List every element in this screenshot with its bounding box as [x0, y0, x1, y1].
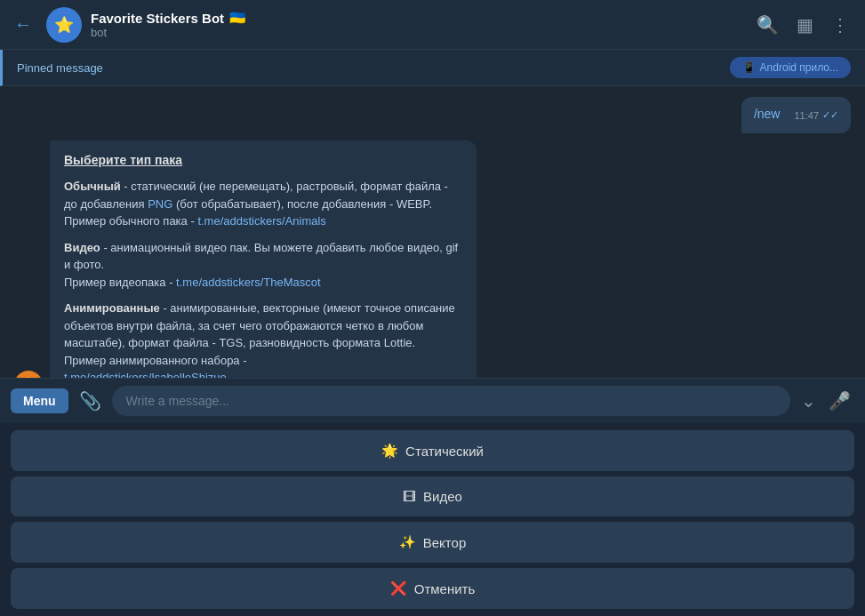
- bot-paragraph-1: Обычный - статический (не перемещать), р…: [64, 178, 462, 230]
- btn-static[interactable]: 🌟 Статический: [11, 430, 854, 471]
- link-isabelleshizue[interactable]: t.me/addstickers/IsabelleShizue: [64, 371, 227, 378]
- attach-button[interactable]: 📎: [76, 387, 105, 415]
- chat-area: /new 11:47 ✓✓ ⭐ Выберите тип пака Обычны…: [0, 86, 865, 378]
- bot-keyboard: 🌟 Статический 🎞 Видео ✨ Вектор ❌ Отменит…: [0, 423, 865, 616]
- static-icon: 🌟: [381, 443, 398, 459]
- message-meta: 11:47 ✓✓: [794, 109, 838, 121]
- back-button[interactable]: ←: [11, 11, 36, 38]
- input-bar: Menu 📎 ⌄ 🎤: [0, 378, 865, 423]
- link-animals[interactable]: t.me/addstickers/Animals: [197, 214, 326, 228]
- pinned-message-label: Pinned message: [17, 61, 103, 75]
- message-check: ✓✓: [822, 109, 838, 121]
- expand-icon[interactable]: ⌄: [797, 387, 820, 415]
- phone-icon: 📱: [742, 61, 756, 74]
- message-command: /new 11:47 ✓✓: [754, 106, 838, 121]
- command-text: /new: [754, 107, 781, 121]
- pinned-message-bar[interactable]: Pinned message 📱 Android прило...: [0, 50, 865, 86]
- message-input[interactable]: [112, 386, 790, 416]
- more-options-icon[interactable]: ⋮: [826, 9, 854, 41]
- message-time: 11:47: [794, 110, 819, 121]
- chat-title: Favorite Stickers Bot 🇺🇦: [91, 10, 751, 26]
- bot-avatar: ⭐: [46, 7, 82, 43]
- search-icon[interactable]: 🔍: [751, 9, 784, 41]
- user-message-row: /new 11:47 ✓✓: [14, 97, 851, 133]
- bot-message-avatar: ⭐: [14, 371, 43, 379]
- layout-icon[interactable]: ▦: [791, 9, 819, 41]
- bot-paragraph-3: Анимированные - анимированные, векторные…: [64, 300, 462, 378]
- user-message-bubble: /new 11:47 ✓✓: [741, 97, 851, 133]
- btn-vector[interactable]: ✨ Вектор: [11, 522, 854, 563]
- voice-icon[interactable]: 🎤: [825, 387, 854, 415]
- input-right-actions: ⌄ 🎤: [797, 387, 854, 415]
- link-themascot[interactable]: t.me/addstickers/TheMascot: [176, 276, 321, 289]
- chat-header: ← ⭐ Favorite Stickers Bot 🇺🇦 bot 🔍 ▦ ⋮: [0, 0, 865, 50]
- bot-paragraph-2: Видео - анимационный видео пак. Вы может…: [64, 239, 462, 292]
- header-info: Favorite Stickers Bot 🇺🇦 bot: [91, 10, 751, 39]
- bot-message-row: ⭐ Выберите тип пака Обычный - статически…: [14, 140, 851, 378]
- menu-button[interactable]: Menu: [11, 388, 68, 413]
- chat-subtitle: bot: [91, 26, 751, 39]
- bot-message-bubble: Выберите тип пака Обычный - статический …: [50, 140, 477, 378]
- btn-cancel[interactable]: ❌ Отменить: [11, 568, 854, 609]
- bot-message-title: Выберите тип пака: [64, 153, 462, 167]
- btn-video[interactable]: 🎞 Видео: [11, 476, 854, 516]
- cancel-icon: ❌: [390, 580, 407, 596]
- android-app-button[interactable]: 📱 Android прило...: [730, 57, 851, 78]
- vector-icon: ✨: [399, 534, 416, 550]
- video-icon: 🎞: [403, 489, 416, 504]
- header-actions: 🔍 ▦ ⋮: [751, 9, 854, 41]
